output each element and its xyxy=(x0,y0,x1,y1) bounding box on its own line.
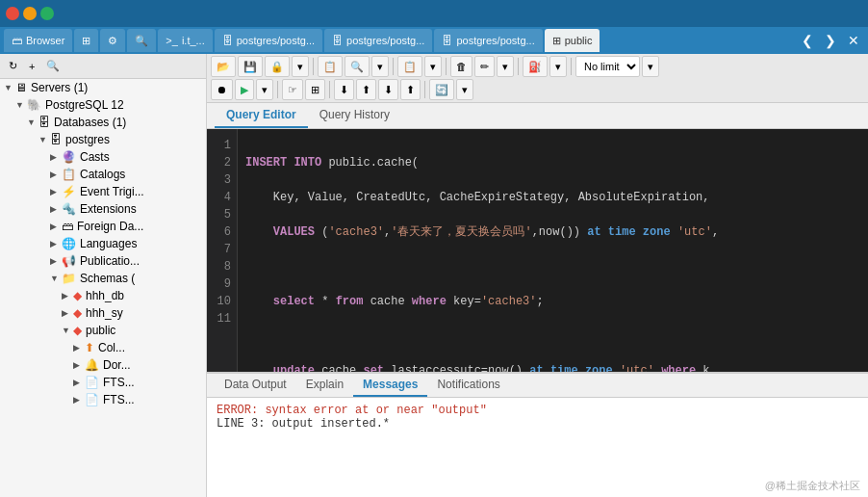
tab-terminal[interactable]: >_ i.t_... xyxy=(158,29,212,52)
tab-messages[interactable]: Messages xyxy=(353,374,427,397)
filter-dropdown-button[interactable]: ▾ xyxy=(549,56,567,77)
search-button[interactable]: 🔍 xyxy=(345,56,370,77)
line-numbers: 1 2 3 4 5 6 7 8 9 10 11 xyxy=(207,129,238,372)
main-layout: ↻ + 🔍 ▼ 🖥 Servers (1) ▼ 🐘 PostgreSQL 12 … xyxy=(0,54,868,497)
clear-button[interactable]: 🗑 xyxy=(450,56,472,77)
server-icon: 🖥 xyxy=(15,81,27,94)
code-line-3: VALUES ('cache3','春天来了，夏天换会员吗',now()) at… xyxy=(245,223,860,241)
tab-query-editor[interactable]: Query Editor xyxy=(215,103,308,128)
tree-item-fts1[interactable]: ▶ 📄 FTS... xyxy=(0,374,206,391)
toolbar-row-1: 📂 💾 🔒 ▾ 📋 🔍 ▾ 📋 ▾ 🗑 ✏ ▾ ⛽ ▾ xyxy=(211,56,864,77)
schemas-label: Schemas ( xyxy=(80,272,135,285)
edit-dropdown-button[interactable]: ▾ xyxy=(497,56,514,77)
open-file-button[interactable]: 📂 xyxy=(211,56,236,77)
upload-data-button[interactable]: ⬆ xyxy=(400,79,421,100)
tree-arrow-servers: ▼ xyxy=(4,83,15,92)
tab-postgres2[interactable]: 🗄 postgres/postg... xyxy=(324,29,432,52)
record-button[interactable]: ⏺ xyxy=(211,79,233,100)
tab-notifications[interactable]: Notifications xyxy=(427,374,509,397)
code-editor[interactable]: 1 2 3 4 5 6 7 8 9 10 11 INSERT INTO publ… xyxy=(207,129,868,372)
tree-item-eventtrig[interactable]: ▶ ⚡ Event Trigi... xyxy=(0,183,206,200)
tab-grid[interactable]: ⊞ xyxy=(74,29,98,52)
copy-clipboard-button[interactable]: 📋 xyxy=(318,56,343,77)
tab-browser[interactable]: 🗃 Browser xyxy=(4,29,72,52)
limit-dropdown-button[interactable]: ▾ xyxy=(642,56,659,77)
paste-dropdown-button[interactable]: ▾ xyxy=(424,56,442,77)
tab-data-output[interactable]: Data Output xyxy=(215,374,296,397)
tree-item-languages[interactable]: ▶ 🌐 Languages xyxy=(0,235,206,252)
tree-item-publication[interactable]: ▶ 📢 Publicatio... xyxy=(0,252,206,270)
dropdown-button[interactable]: ▾ xyxy=(292,56,309,77)
tree-item-schemas[interactable]: ▼ 📁 Schemas ( xyxy=(0,270,206,287)
tree-item-pg12[interactable]: ▼ 🐘 PostgreSQL 12 xyxy=(0,96,206,114)
copy-data-button[interactable]: ⬇ xyxy=(378,79,398,100)
tree-item-fts2[interactable]: ▶ 📄 FTS... xyxy=(0,391,206,408)
filter-button[interactable]: ⛽ xyxy=(523,56,548,77)
edit-button[interactable]: ✏ xyxy=(474,56,495,77)
tab-prev-button[interactable]: ❮ xyxy=(797,31,818,50)
tab-postgres1-label: postgres/postg... xyxy=(237,35,315,46)
data-output-label: Data Output xyxy=(224,378,287,391)
separator-2 xyxy=(393,58,394,75)
limit-select[interactable]: No limit xyxy=(575,56,640,77)
tree-item-foreignda[interactable]: ▶ 🗃 Foreign Da... xyxy=(0,218,206,235)
search-icon: 🔍 xyxy=(135,35,148,47)
tree-item-hhh-sy[interactable]: ▶ ◆ hhh_sy xyxy=(0,304,206,322)
terminal-label: i.t_... xyxy=(182,35,205,46)
grid-view-button[interactable]: ⊞ xyxy=(305,79,325,100)
tab-tool[interactable]: ⚙ xyxy=(100,29,125,52)
tree-arrow-pg12: ▼ xyxy=(15,100,27,110)
tree-item-casts[interactable]: ▶ 🔮 Casts xyxy=(0,148,206,166)
close-window-button[interactable] xyxy=(6,7,19,20)
download-button[interactable]: ⬇ xyxy=(334,79,354,100)
tree-item-hhh-db[interactable]: ▶ ◆ hhh_db xyxy=(0,287,206,304)
tree-item-catalogs[interactable]: ▶ 📋 Catalogs xyxy=(0,166,206,183)
separator-1 xyxy=(313,58,314,75)
tab-postgres3-label: postgres/postg... xyxy=(456,35,534,46)
tab-search[interactable]: 🔍 xyxy=(127,29,156,52)
tab-next-button[interactable]: ❯ xyxy=(820,31,841,50)
tree-item-servers[interactable]: ▼ 🖥 Servers (1) xyxy=(0,79,206,96)
sidebar-search-button[interactable]: 🔍 xyxy=(41,57,64,75)
play-dropdown-button[interactable]: ▾ xyxy=(256,79,273,100)
tab-navigation: ❮ ❯ ✕ xyxy=(797,31,864,50)
publication-icon: 📢 xyxy=(62,254,76,268)
catalogs-label: Catalogs xyxy=(80,168,125,181)
minimize-window-button[interactable] xyxy=(23,7,37,20)
code-lines: 1 2 3 4 5 6 7 8 9 10 11 INSERT INTO publ… xyxy=(207,129,868,372)
cursor-button[interactable]: ☞ xyxy=(282,79,303,100)
save-button[interactable]: 💾 xyxy=(238,56,263,77)
refresh-button[interactable]: 🔄 xyxy=(429,79,454,100)
fts2-icon: 📄 xyxy=(85,393,99,406)
search-dropdown-button[interactable]: ▾ xyxy=(371,56,389,77)
tree-item-public[interactable]: ▼ ◆ public xyxy=(0,322,206,339)
play-button[interactable]: ▶ xyxy=(235,79,254,100)
code-content: INSERT INTO public.cache( Key, Value, Cr… xyxy=(238,129,868,372)
save-as-button[interactable]: 🔒 xyxy=(265,56,290,77)
public-label: public xyxy=(86,324,115,337)
tree-item-postgres[interactable]: ▼ 🗄 postgres xyxy=(0,131,206,148)
sidebar-add-button[interactable]: + xyxy=(24,57,39,75)
sidebar-refresh-button[interactable]: ↻ xyxy=(4,57,22,75)
code-line-4 xyxy=(245,258,860,275)
paste-button[interactable]: 📋 xyxy=(397,56,422,77)
hhh-db-icon: ◆ xyxy=(73,289,82,302)
tree-item-dom[interactable]: ▶ 🔔 Dor... xyxy=(0,356,206,374)
refresh-dropdown-button[interactable]: ▾ xyxy=(456,79,473,100)
tab-public[interactable]: ⊞ public xyxy=(545,29,600,52)
tab-query-history[interactable]: Query History xyxy=(308,103,401,128)
databases-label: Databases (1) xyxy=(54,116,126,129)
foreignda-icon: 🗃 xyxy=(62,220,73,233)
tab-postgres1[interactable]: 🗄 postgres/postg... xyxy=(215,29,322,52)
upload-button[interactable]: ⬆ xyxy=(356,79,376,100)
tree-item-col[interactable]: ▶ ⬆ Col... xyxy=(0,339,206,356)
maximize-window-button[interactable] xyxy=(40,7,54,20)
tree-item-extensions[interactable]: ▶ 🔩 Extensions xyxy=(0,200,206,218)
tree-item-databases[interactable]: ▼ 🗄 Databases (1) xyxy=(0,114,206,131)
code-line-1: INSERT INTO public.cache( xyxy=(245,154,860,171)
tab-explain[interactable]: Explain xyxy=(296,374,353,397)
databases-icon: 🗄 xyxy=(38,116,50,129)
messages-label: Messages xyxy=(363,378,418,391)
tab-postgres3[interactable]: 🗄 postgres/postg... xyxy=(434,29,542,52)
tab-close-button[interactable]: ✕ xyxy=(843,31,864,50)
